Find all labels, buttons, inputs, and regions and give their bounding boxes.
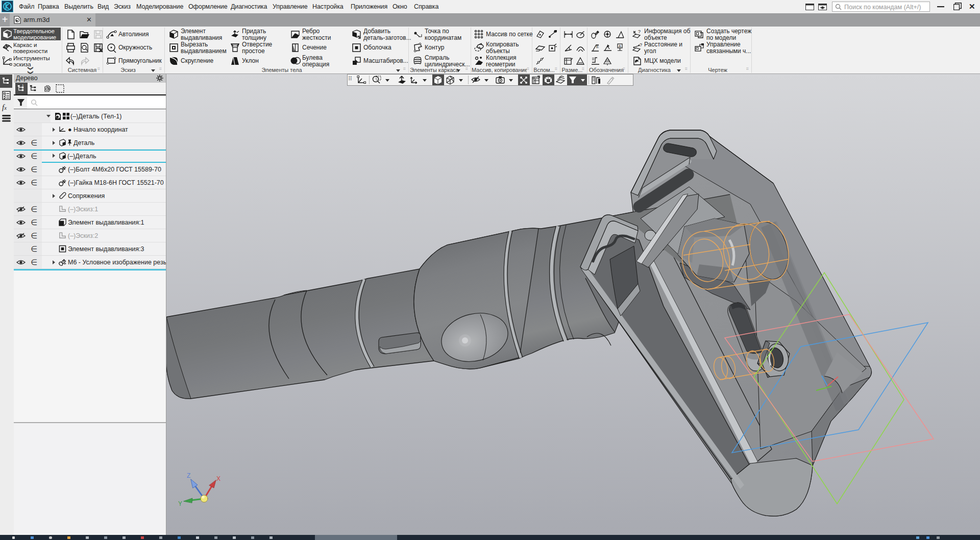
svg-text:A: A	[619, 44, 621, 48]
svg-text:?: ?	[638, 29, 641, 34]
svg-text:?: ?	[640, 42, 642, 47]
svg-text:X: X	[216, 475, 220, 482]
svg-text:Z: Z	[187, 472, 190, 479]
svg-text:E: E	[596, 44, 599, 49]
svg-text:Y: Y	[178, 500, 182, 507]
